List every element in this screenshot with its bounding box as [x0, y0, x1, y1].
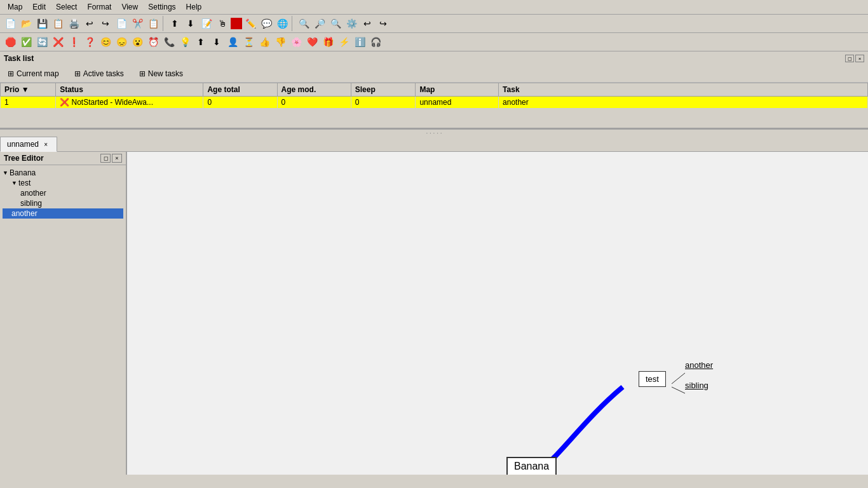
toolbar-edit-node[interactable]: 📝: [199, 16, 214, 31]
node-banana[interactable]: Banana: [506, 457, 557, 475]
toolbar-zoom-in[interactable]: 🔍: [296, 16, 311, 31]
toolbar-save[interactable]: 💾: [34, 16, 50, 31]
toolbar-cursor[interactable]: 🖱: [215, 16, 230, 31]
emoji-bulb[interactable]: 💡: [177, 34, 193, 50]
table-row[interactable]: 1 ❌ NotStarted - WideAwa... 0 0 0 unname…: [1, 97, 868, 109]
toolbar-open[interactable]: 📂: [18, 16, 34, 31]
tree-label-test: test: [18, 179, 31, 187]
tree-label-banana: Banana: [10, 168, 36, 177]
toolbar-settings[interactable]: ⚙️: [344, 16, 359, 31]
toolbar-copy[interactable]: 📄: [114, 16, 129, 31]
toolbar-move-up[interactable]: ⬆: [167, 16, 182, 31]
toolbar-cut[interactable]: ✂️: [130, 16, 145, 31]
toolbar-color[interactable]: [231, 18, 242, 29]
emoji-toolbar: 🛑 ✅ 🔄 ❌ ❗ ❓ 😊 😞 😮 ⏰ 📞 💡 ⬆ ⬇ 👤 ⏳ 👍 👎 🌸 ❤️…: [0, 33, 868, 51]
tree-panel: Tree Editor ◻ × ▼ Banana ▼ test another: [0, 152, 127, 475]
col-prio[interactable]: Prio ▼: [1, 83, 56, 97]
tree-item-sibling[interactable]: sibling: [3, 198, 123, 208]
toolbar-redo2[interactable]: ↪: [376, 16, 391, 31]
emoji-phone[interactable]: 📞: [161, 34, 177, 50]
menu-edit[interactable]: Edit: [27, 1, 51, 13]
tree-panel-restore[interactable]: ◻: [100, 154, 111, 163]
menu-format[interactable]: Format: [82, 1, 116, 13]
emoji-thumbsdown[interactable]: 👎: [273, 34, 288, 50]
tab-bar: unnamed ×: [0, 137, 868, 152]
toolbar-zoom-out[interactable]: 🔎: [312, 16, 327, 31]
emoji-question[interactable]: ❓: [82, 34, 97, 50]
emoji-sad[interactable]: 😞: [114, 34, 129, 50]
emoji-gift[interactable]: 🎁: [320, 34, 336, 50]
task-list-close-btn[interactable]: ×: [855, 55, 864, 62]
col-age-mod[interactable]: Age mod.: [277, 83, 351, 97]
emoji-shock[interactable]: 😮: [130, 34, 145, 50]
filter-new-tasks[interactable]: ⊞ New tasks: [137, 68, 186, 79]
emoji-person[interactable]: 👤: [225, 34, 240, 50]
sibling-label: sibling: [685, 381, 709, 390]
toolbar-sep-2: [292, 16, 294, 31]
tree-item-another-child[interactable]: another: [3, 188, 123, 198]
toolbar-bubble[interactable]: 💬: [259, 16, 274, 31]
toolbar-copy-file[interactable]: 📋: [50, 16, 65, 31]
toolbar-sep-1: [163, 16, 165, 31]
menu-view[interactable]: View: [116, 1, 143, 13]
cell-status: ❌ NotStarted - WideAwa...: [56, 97, 203, 109]
line-test-another: [672, 373, 685, 384]
menu-settings[interactable]: Settings: [143, 1, 180, 13]
toolbar-print[interactable]: 🖨️: [66, 16, 81, 31]
toolbar-paste[interactable]: 📋: [146, 16, 161, 31]
emoji-exclaim[interactable]: ❗: [66, 34, 81, 50]
task-list-restore-btn[interactable]: ◻: [845, 55, 854, 62]
emoji-hourglass[interactable]: ⏳: [241, 34, 256, 50]
menu-map[interactable]: Map: [3, 1, 27, 13]
task-list-controls: ⊞ Current map ⊞ Active tasks ⊞ New tasks: [0, 65, 868, 83]
toolbar-pencil[interactable]: ✏️: [243, 16, 258, 31]
node-test-label: test: [646, 374, 659, 384]
tree-item-banana[interactable]: ▼ Banana: [3, 168, 123, 178]
toolbar-zoom-fit[interactable]: 🔍: [328, 16, 343, 31]
menu-select[interactable]: Select: [51, 1, 82, 13]
tree-panel-close[interactable]: ×: [112, 154, 122, 163]
emoji-smile[interactable]: 😊: [98, 34, 113, 50]
emoji-refresh[interactable]: 🔄: [34, 34, 50, 50]
emoji-lightning[interactable]: ⚡: [336, 34, 351, 50]
emoji-info[interactable]: ℹ️: [352, 34, 367, 50]
task-list-panel: Task list ◻ × ⊞ Current map ⊞ Active tas…: [0, 51, 868, 129]
node-test[interactable]: test: [639, 371, 666, 387]
emoji-heart[interactable]: ❤️: [304, 34, 320, 50]
col-sleep[interactable]: Sleep: [351, 83, 416, 97]
col-status[interactable]: Status: [56, 83, 203, 97]
toolbar-redo[interactable]: ↪: [98, 16, 113, 31]
tab-close-icon[interactable]: ×: [41, 140, 50, 149]
emoji-down[interactable]: ⬇: [209, 34, 224, 50]
toolbar-web[interactable]: 🌐: [275, 16, 290, 31]
emoji-x[interactable]: ❌: [50, 34, 65, 50]
emoji-stop[interactable]: 🛑: [3, 34, 18, 50]
cell-age-total: 0: [203, 97, 277, 109]
emoji-headset[interactable]: 🎧: [368, 34, 383, 50]
col-task[interactable]: Task: [499, 83, 868, 97]
canvas-area[interactable]: Banana test another sibling ❌ 📋 another: [127, 152, 868, 475]
toolbar-undo[interactable]: ↩: [82, 16, 97, 31]
tree-content: ▼ Banana ▼ test another sibling another: [0, 165, 126, 221]
filter-current-map[interactable]: ⊞ Current map: [5, 68, 62, 79]
cell-map: unnamed: [416, 97, 499, 109]
emoji-clock[interactable]: ⏰: [146, 34, 161, 50]
filter-active-tasks[interactable]: ⊞ Active tasks: [72, 68, 126, 79]
status-icon: ❌: [60, 98, 69, 107]
tree-item-test[interactable]: ▼ test: [3, 178, 123, 188]
toolbar-undo2[interactable]: ↩: [360, 16, 375, 31]
emoji-flower[interactable]: 🌸: [288, 34, 304, 50]
col-age-total[interactable]: Age total: [203, 83, 277, 97]
toolbar-move-down[interactable]: ⬇: [183, 16, 198, 31]
cell-task: another: [499, 97, 868, 109]
menu-help[interactable]: Help: [181, 1, 207, 13]
task-list-window-controls: ◻ ×: [845, 55, 864, 62]
emoji-check[interactable]: ✅: [18, 34, 34, 50]
mindmap-svg: [127, 152, 868, 475]
emoji-thumbsup[interactable]: 👍: [257, 34, 272, 50]
col-map[interactable]: Map: [416, 83, 499, 97]
toolbar-new[interactable]: 📄: [3, 16, 18, 31]
tab-unnamed[interactable]: unnamed ×: [0, 137, 57, 152]
emoji-up[interactable]: ⬆: [193, 34, 208, 50]
tree-item-another-main[interactable]: another: [3, 208, 123, 219]
